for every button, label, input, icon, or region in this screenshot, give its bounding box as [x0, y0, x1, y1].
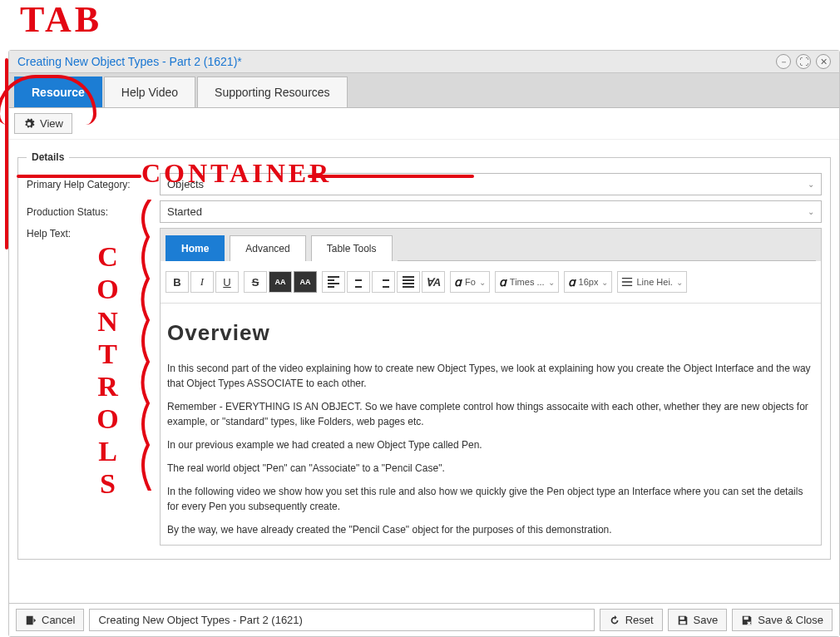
chevron-down-icon: ⌄ — [808, 180, 814, 189]
dropdown-status[interactable]: Started ⌄ — [160, 200, 822, 223]
chevron-down-icon: ⌄ — [601, 278, 608, 287]
align-justify-button[interactable] — [397, 271, 420, 293]
lineheight-icon — [621, 276, 633, 288]
editor-tab-table-tools[interactable]: Table Tools — [311, 235, 393, 261]
font-size-dropdown[interactable]: ɑ16px⌄ — [564, 271, 613, 293]
content-paragraph: In this second part of the video explain… — [167, 361, 814, 391]
size-icon: ɑ — [568, 275, 576, 289]
row-status: Production Status: Started ⌄ — [27, 200, 822, 223]
content-paragraph: In the following video we show how you s… — [167, 484, 814, 514]
window-footer: Cancel Creating New Object Types - Part … — [9, 603, 839, 636]
details-fieldset: Details Primary Help Category: Objects ⌄… — [17, 151, 831, 560]
window-title: Creating New Object Types - Part 2 (1621… — [17, 55, 242, 68]
annotation-tab: TAB — [20, 0, 102, 41]
italic-button[interactable]: I — [190, 271, 214, 293]
dropdown-status-value: Started — [167, 205, 202, 218]
bold-button[interactable]: B — [166, 271, 189, 293]
align-right-button[interactable] — [372, 271, 395, 293]
format-icon: ɑ — [454, 275, 462, 289]
reset-button[interactable]: Reset — [600, 609, 663, 631]
richtext-editor: Home Advanced Table Tools B I U — [160, 228, 822, 546]
content-paragraph: In our previous example we had created a… — [167, 437, 814, 452]
annotation-side-line — [5, 58, 8, 249]
dropdown-category[interactable]: Objects ⌄ — [160, 173, 822, 195]
backcolor-button[interactable]: AA — [294, 271, 317, 293]
chevron-down-icon: ⌄ — [808, 207, 814, 216]
content-paragraph: The real world object "Pen" can "Associa… — [167, 461, 814, 476]
font-icon: ɑ — [499, 275, 506, 289]
forecolor-button[interactable]: AA — [269, 271, 292, 293]
view-toolbar: View — [9, 108, 839, 140]
footer-status: Creating New Object Types - Part 2 (1621… — [89, 609, 594, 631]
save-close-icon — [741, 615, 753, 626]
dropdown-category-value: Objects — [167, 178, 204, 190]
close-button[interactable]: ✕ — [816, 54, 831, 69]
content-heading: Overview — [167, 317, 814, 349]
editor-window: Creating New Object Types - Part 2 (1621… — [8, 50, 840, 637]
main-tabstrip: Resource Help Video Supporting Resources — [9, 73, 839, 108]
window-buttons: － ⛶ ✕ — [776, 54, 831, 69]
tab-help-video[interactable]: Help Video — [104, 77, 195, 107]
svg-rect-2 — [744, 616, 749, 620]
chevron-down-icon: ⌄ — [676, 278, 683, 287]
label-category: Primary Help Category: — [27, 179, 160, 190]
align-left-button[interactable] — [322, 271, 345, 293]
tab-supporting-resources[interactable]: Supporting Resources — [197, 77, 348, 107]
cancel-button[interactable]: Cancel — [16, 609, 84, 631]
strikethrough-button[interactable]: S — [244, 271, 267, 293]
save-icon — [677, 615, 689, 626]
reset-icon — [609, 615, 620, 626]
font-format-dropdown[interactable]: ɑFo⌄ — [450, 271, 490, 293]
window-titlebar: Creating New Object Types - Part 2 (1621… — [9, 51, 839, 73]
editor-toolbar: B I U S AA AA — [161, 261, 821, 304]
save-button[interactable]: Save — [668, 609, 728, 631]
content-scroll[interactable]: Details Primary Help Category: Objects ⌄… — [9, 140, 839, 603]
save-close-button[interactable]: Save & Close — [732, 609, 833, 631]
annotation-container-line-right — [308, 175, 474, 178]
editor-tab-home[interactable]: Home — [166, 235, 225, 261]
row-helptext: Help Text: Home Advanced Table Tools — [27, 228, 822, 546]
line-height-dropdown[interactable]: Line Hei...⌄ — [617, 271, 687, 293]
chevron-down-icon: ⌄ — [548, 278, 555, 287]
svg-rect-0 — [679, 616, 684, 620]
svg-rect-1 — [679, 620, 685, 624]
cancel-icon — [25, 615, 37, 626]
content-area: Details Primary Help Category: Objects ⌄… — [9, 140, 839, 603]
editor-tab-advanced[interactable]: Advanced — [230, 235, 305, 261]
chevron-down-icon: ⌄ — [479, 278, 486, 287]
minimize-button[interactable]: － — [776, 54, 791, 69]
editor-tabstrip: Home Advanced Table Tools — [161, 229, 821, 261]
label-helptext: Help Text: — [27, 228, 160, 239]
align-center-button[interactable] — [347, 271, 370, 293]
underline-button[interactable]: U — [215, 271, 239, 293]
label-status: Production Status: — [27, 206, 160, 218]
remove-format-button[interactable]: ⱯA — [422, 271, 445, 293]
details-legend: Details — [27, 151, 69, 163]
content-paragraph: Remember - EVERYTHING IS AN OBJECT. So w… — [167, 399, 814, 429]
editor-content[interactable]: Overview In this second part of the vide… — [161, 304, 821, 545]
content-paragraph: By the way, we have already created the … — [167, 522, 814, 537]
restore-button[interactable]: ⛶ — [796, 54, 811, 69]
font-family-dropdown[interactable]: ɑTimes ...⌄ — [495, 271, 559, 293]
annotation-container-line-left — [17, 175, 141, 178]
